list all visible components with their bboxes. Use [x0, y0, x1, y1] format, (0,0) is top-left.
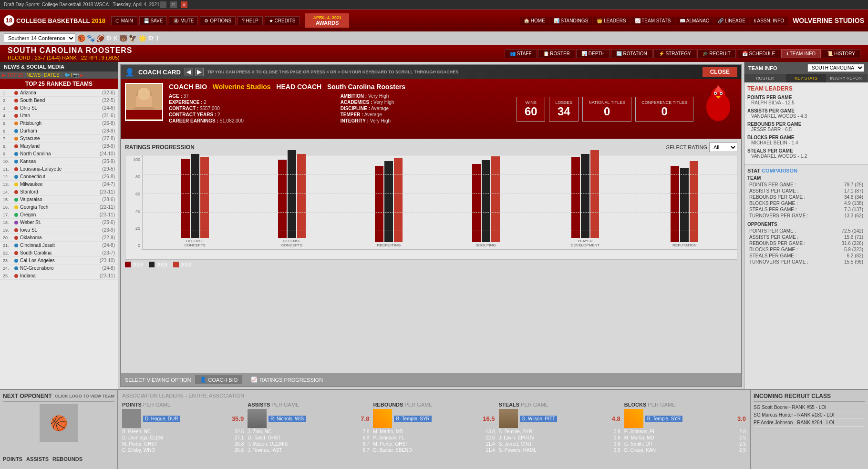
conf-icon-1[interactable]: 🏀: [77, 34, 85, 42]
player-name: M. Porter, OHST: [373, 441, 408, 447]
list-item[interactable]: 12. Connecticut (26-8): [0, 173, 118, 181]
social-facebook[interactable]: f: [71, 72, 72, 78]
bar-offense-2018: [181, 159, 190, 238]
social-twitter[interactable]: 🐦: [64, 72, 70, 78]
tab-depth[interactable]: 📊 DEPTH: [576, 49, 610, 58]
nav-lineage[interactable]: 🔗 LINEAGE: [714, 17, 749, 25]
assists-row-3: D. Tahid, OHST 6.8: [248, 435, 369, 440]
list-item[interactable]: 3. Ohio St. (24-6): [0, 104, 118, 112]
nav-help[interactable]: ? HELP: [238, 16, 262, 25]
list-item[interactable]: 10. Kansas (25-9): [0, 158, 118, 165]
list-item[interactable]: 9. North Carolina (24-10): [0, 150, 118, 158]
conf-titles-box: CONFERENCE TITLES 0: [635, 97, 693, 122]
list-item[interactable]: 18. Weber St. (25-6): [0, 219, 118, 226]
conf-icon-8[interactable]: 🌟: [138, 34, 146, 42]
team-stat-turnovers: TURNOVERS PER GAME : 13.3 (62): [747, 213, 865, 219]
list-item[interactable]: 13. Milwaukee (24-7): [0, 181, 118, 188]
prev-arrow[interactable]: ◀: [185, 68, 193, 76]
list-item[interactable]: 25. Indiana (23-11): [0, 272, 118, 280]
close-button[interactable]: CLOSE: [703, 67, 737, 77]
nav-options[interactable]: ⚙ OPTIONS: [200, 16, 236, 25]
tab-dates[interactable]: DATES: [44, 72, 60, 78]
list-item[interactable]: 14. Stanford (23-11): [0, 188, 118, 196]
conf-icon-4[interactable]: ⚙: [106, 34, 112, 42]
conf-icon-10[interactable]: T: [155, 34, 160, 42]
list-item[interactable]: 4. Utah (31-6): [0, 112, 118, 120]
tab-injury-report[interactable]: INJURY REPORT: [827, 74, 868, 82]
list-item[interactable]: 23. Cal-Los Angeles (23-10): [0, 257, 118, 265]
tab-history[interactable]: 📜 HISTORY: [822, 49, 860, 58]
tab-rotation[interactable]: 🔄 ROTATION: [611, 49, 652, 58]
tab-top25[interactable]: ▶ TOP 25: [2, 72, 23, 78]
list-item[interactable]: 11. Louisiana-Lafayette (29-5): [0, 165, 118, 173]
nav-leaders[interactable]: 👑 LEADERS: [593, 17, 630, 25]
maximize-button[interactable]: □: [170, 1, 177, 8]
next-arrow[interactable]: ▶: [195, 68, 204, 76]
list-item[interactable]: 15. Valparaiso (28-6): [0, 196, 118, 204]
nav-home[interactable]: 🏠 HOME: [520, 17, 549, 25]
close-button[interactable]: ✕: [181, 1, 187, 8]
list-item[interactable]: 22. South Carolina (23-7): [0, 249, 118, 257]
list-item[interactable]: 17. Oregon (23-11): [0, 211, 118, 219]
bars-reputation: [671, 161, 698, 242]
bar-group-reputation: REPUTATION: [668, 161, 701, 247]
ratings-title: RATINGS PROGRESSION: [125, 144, 195, 151]
nav-arrows: ◀ ▶: [185, 68, 204, 76]
view-ratings[interactable]: 📈 RATINGS PROGRESSION: [246, 375, 328, 384]
nav-main[interactable]: ⬡ MAIN: [111, 16, 137, 25]
nav-team-stats[interactable]: 📈 TEAM STATS: [631, 17, 675, 25]
coach-card-header: 👤 COACH CARD ◀ ▶ TIP YOU CAN PRESS X TO …: [121, 65, 741, 79]
list-item[interactable]: 24. NC-Greensboro (24-8): [0, 265, 118, 272]
leaders-section: TEAM LEADERS POINTS PER GAME RALPH SILVA…: [744, 82, 868, 164]
tab-news[interactable]: NEWS: [26, 72, 41, 78]
list-item[interactable]: 16. Georgia Tech (22-11): [0, 204, 118, 211]
tab-staff[interactable]: 👥 STAFF: [505, 49, 537, 58]
conference-select[interactable]: Southern 14 Conference: [4, 33, 75, 43]
list-item[interactable]: 5. Pittsburgh (26-8): [0, 120, 118, 127]
conf-icon-9[interactable]: ⚙: [148, 34, 154, 42]
team-select[interactable]: SOUTH CAROLINA: [807, 64, 864, 72]
conf-icon-5[interactable]: K: [114, 34, 118, 42]
opponent-logo[interactable]: 🏀: [40, 404, 78, 442]
tab-key-stats[interactable]: KEY STATS: [785, 74, 827, 82]
tab-team-info[interactable]: ℹ TEAM INFO: [781, 49, 821, 58]
list-item[interactable]: 21. Cincinnati Jesuit (24-8): [0, 242, 118, 249]
tab-recruit[interactable]: 🎓 RECRUIT: [697, 49, 736, 58]
tab-roster[interactable]: 📋 ROSTER: [538, 49, 575, 58]
minimize-button[interactable]: —: [160, 1, 166, 8]
nav-mute[interactable]: 🔇 MUTE: [169, 16, 198, 25]
nav-standings[interactable]: 📊 STANDINGS: [550, 17, 592, 25]
conf-icon-6[interactable]: 🐻: [119, 34, 127, 42]
list-item[interactable]: 20. Oklahoma (22-9): [0, 234, 118, 242]
social-youtube[interactable]: ▶: [80, 72, 83, 78]
nav-assn-info[interactable]: ℹ ASSN. INFO: [750, 17, 788, 25]
list-item[interactable]: 7. Syracuse (27-8): [0, 135, 118, 143]
stat-value: 2.5: [739, 435, 746, 440]
nav-save[interactable]: 💾 SAVE: [139, 16, 167, 25]
conf-icon-7[interactable]: 🦅: [129, 34, 137, 42]
tab-roster[interactable]: ROSTER: [744, 74, 785, 82]
tab-schedule[interactable]: 📅 SCHEDULE: [737, 49, 780, 58]
list-item[interactable]: 2. South Bend (32-5): [0, 97, 118, 104]
news-tabs: ▶ TOP 25 | NEWS | DATES 🐦 f 📷 ▶: [0, 71, 118, 79]
list-item[interactable]: 19. Iowa St. (23-9): [0, 226, 118, 234]
select-viewing-label: SELECT VIEWING OPTION: [125, 377, 191, 383]
list-item[interactable]: 6. Durham (28-9): [0, 127, 118, 135]
coach-card: 👤 COACH CARD ◀ ▶ TIP YOU CAN PRESS X TO …: [120, 64, 742, 387]
nav-almanac[interactable]: 📖 ALMANAC: [676, 17, 713, 25]
bio-contract-years: CONTRACT YEARS : 2: [169, 112, 340, 117]
list-item[interactable]: 1. Arizona (32-6): [0, 89, 118, 97]
view-coach-bio[interactable]: 👤 COACH BIO: [195, 375, 243, 384]
social-instagram[interactable]: 📷: [73, 72, 79, 78]
rating-dropdown[interactable]: All: [709, 143, 737, 152]
top-nav: 18 COLLEGE BASKETBALL 2018 ⬡ MAIN 💾 SAVE…: [0, 10, 868, 31]
bottom-section: NEXT OPPONENT CLICK LOGO TO VIEW TEAM 🏀 …: [0, 389, 868, 469]
conf-icon-2[interactable]: 🐾: [87, 34, 95, 42]
bio-discipline: DISCIPLINE : Average: [341, 106, 511, 111]
list-item[interactable]: 8. Maryland (28-9): [0, 143, 118, 150]
nav-credits[interactable]: ★ CREDITS: [265, 16, 300, 25]
rebounds-row-3: P. Johnson, FL 12.6: [373, 435, 495, 440]
bar-dev-2019: [581, 154, 589, 238]
conf-icon-3[interactable]: 🏈: [96, 34, 104, 42]
tab-strategy[interactable]: ⚡ STRATEGY: [653, 49, 696, 58]
